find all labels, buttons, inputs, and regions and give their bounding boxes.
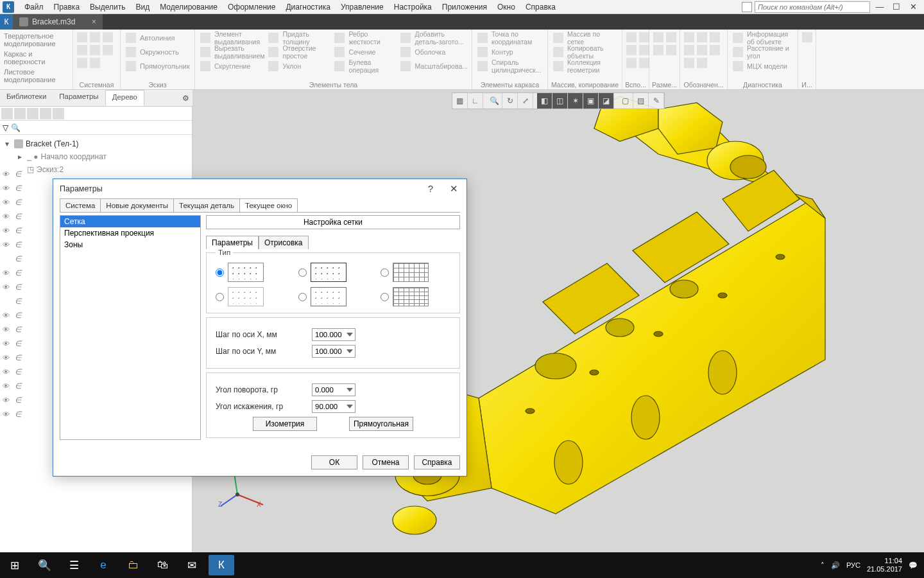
menu-apps[interactable]: Приложения [437,1,492,13]
generic-icon[interactable] [653,32,663,42]
dialog-tab-newdocs[interactable]: Новые документы [100,198,174,212]
grid-type-4[interactable] [216,287,286,306]
menu-view[interactable]: Вид [130,1,155,13]
visibility-icon[interactable]: 👁 [3,368,13,376]
grid-radio-6[interactable] [381,293,389,301]
view-orient-icon[interactable]: ⤢ [518,93,533,109]
grid-type-5[interactable] [298,287,368,306]
taskbar-store-icon[interactable]: 🛍 [148,552,177,578]
member-icon[interactable]: ∈ [15,367,24,376]
cmd-thicken[interactable]: Придатьтолщину [266,31,332,45]
generic-icon[interactable] [684,32,694,42]
generic-icon[interactable] [697,45,707,55]
menu-help[interactable]: Справка [520,1,561,13]
cmd-hole[interactable]: Отверстиепростое [266,45,332,59]
tree-tool-icon[interactable] [27,108,38,119]
taskbar-mail-icon[interactable]: ✉ [177,552,207,578]
generic-icon[interactable] [77,32,87,42]
view-color-icon[interactable]: ▤ [633,93,649,109]
task-view-icon[interactable]: ☰ [59,552,89,578]
member-icon[interactable]: ∈ [15,226,24,235]
view-rotate-icon[interactable]: ↻ [502,93,518,109]
generic-icon[interactable] [103,45,113,55]
dialog-help-icon[interactable]: ? [424,183,437,195]
generic-icon[interactable] [697,58,707,68]
member-icon[interactable]: ∈ [15,325,24,334]
dialog-tab-system[interactable]: Система [60,198,101,212]
generic-icon[interactable] [666,32,676,42]
visibility-icon[interactable]: 👁 [3,410,13,418]
grid-radio-4[interactable] [216,293,224,301]
view-search-icon[interactable]: 🔍 [487,93,502,109]
cmd-rib[interactable]: Реброжесткости [332,31,398,45]
subtab-rendering[interactable]: Отрисовка [259,236,309,249]
generic-icon[interactable] [90,32,100,42]
generic-icon[interactable] [697,32,707,42]
generic-icon[interactable] [626,58,637,68]
member-icon[interactable]: ∈ [15,297,24,306]
grid-radio-1[interactable] [216,268,224,277]
generic-icon[interactable] [684,45,694,55]
generic-icon[interactable] [639,58,649,68]
cmd-section[interactable]: Сечение [332,45,398,59]
visibility-icon[interactable]: 👁 [3,198,13,206]
tray-clock[interactable]: 11:0421.05.2017 [867,557,902,574]
window-minimize-icon[interactable]: — [873,2,887,12]
cmd-insertpart[interactable]: Добавитьдеталь-загото... [398,31,469,45]
visibility-icon[interactable]: 👁 [3,184,13,192]
generic-icon[interactable] [666,45,676,55]
cmd-copy[interactable]: Копироватьобъекты [551,45,619,59]
preset-ortho-button[interactable]: Прямоугольная [349,417,413,431]
skew-input[interactable] [312,400,355,413]
document-tab[interactable]: Bracket.m3d × [13,14,103,30]
generic-icon[interactable] [684,58,694,68]
generic-icon[interactable] [90,45,100,55]
visibility-icon[interactable]: 👁 [3,213,13,220]
tree-tool-icon[interactable] [53,108,64,119]
category-perspective[interactable]: Перспективная проекция [60,227,200,239]
generic-icon[interactable] [653,45,663,55]
tray-notifications-icon[interactable]: 💬 [909,561,918,570]
step-x-input[interactable] [312,328,355,341]
menu-edit[interactable]: Правка [49,1,85,13]
member-icon[interactable]: ∈ [15,311,24,320]
cmd-round[interactable]: Скругление [198,59,266,73]
menu-modeling[interactable]: Моделирование [155,1,223,13]
member-icon[interactable]: ∈ [15,339,24,348]
tree-origin[interactable]: ▸⎯ ●Начало координат [3,150,189,163]
cmd-spiral[interactable]: Спиральцилиндрическ... [475,59,545,73]
grid-radio-2[interactable] [298,268,307,277]
visibility-icon[interactable]: 👁 [3,227,13,234]
generic-icon[interactable] [77,45,87,55]
taskbar-app-icon[interactable]: К [209,555,234,575]
generic-icon[interactable] [90,58,100,68]
cmd-scale[interactable]: Масштабирова... [398,59,469,73]
member-icon[interactable]: ∈ [15,353,24,362]
tab-close-icon[interactable]: × [92,17,96,26]
cmd-cut[interactable]: Вырезатьвыдавливанием [198,45,266,59]
cmd-rect[interactable]: Прямоугольник [123,59,192,73]
dialog-close-icon[interactable]: ✕ [447,183,460,195]
cmd-circle[interactable]: Окружность [123,45,192,59]
visibility-icon[interactable]: 👁 [3,326,13,333]
taskbar-edge-icon[interactable]: e [89,552,118,578]
member-icon[interactable]: ∈ [15,198,24,207]
new-doc-icon[interactable] [742,2,752,12]
cmd-collection[interactable]: Коллекциягеометрии [551,59,619,73]
tree-tool-icon[interactable] [1,108,13,119]
rotation-input[interactable] [312,383,355,396]
generic-icon[interactable] [710,32,720,42]
side-panel-gear-icon[interactable]: ⚙ [178,90,193,106]
member-icon[interactable]: ∈ [15,254,24,263]
visibility-icon[interactable]: 👁 [3,354,13,362]
cmd-shell[interactable]: Оболочка [398,45,469,59]
taskbar-search-icon[interactable]: 🔍 [30,552,59,578]
dialog-tab-currentwindow[interactable]: Текущее окно [239,198,298,212]
view-section-icon[interactable]: ◪ [599,93,614,109]
grid-type-1[interactable] [216,263,286,282]
dialog-cancel-button[interactable]: Отмена [363,455,409,469]
cmd-boolean[interactable]: Булеваоперация [332,59,398,73]
generic-icon[interactable] [639,45,649,55]
step-y-input[interactable] [312,345,355,358]
member-icon[interactable]: ∈ [15,396,24,405]
